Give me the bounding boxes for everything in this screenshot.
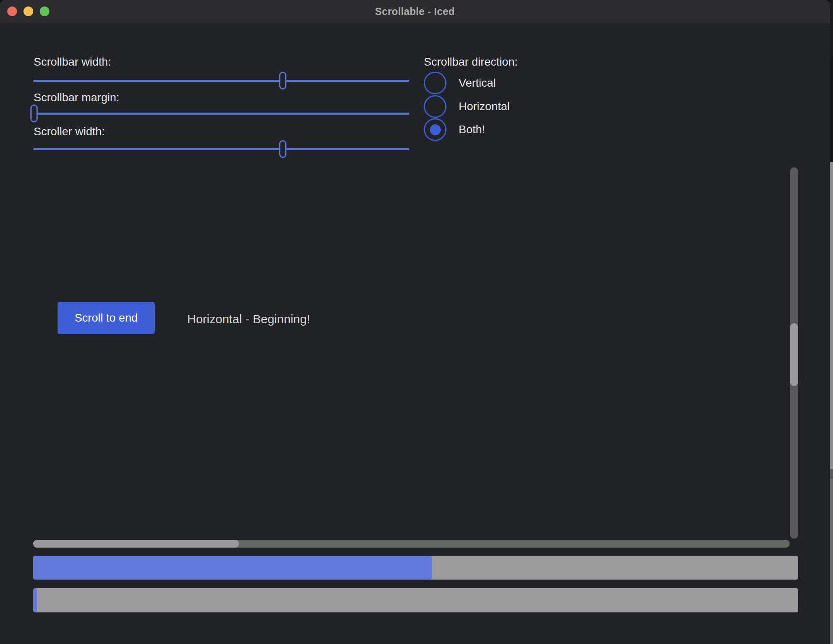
vertical-scrollbar[interactable]	[790, 167, 798, 539]
scrollbar-width-label: Scrollbar width:	[34, 55, 111, 69]
scroll-to-end-button[interactable]: Scroll to end	[58, 302, 155, 334]
desktop-edge	[830, 57, 833, 162]
scrollbar-margin-label: Scrollbar margin:	[34, 91, 120, 104]
slider-handle[interactable]	[30, 104, 38, 122]
desktop-edge	[830, 0, 833, 57]
scroll-status-text: Horizontal - Beginning!	[187, 311, 310, 327]
scrollbar-margin-slider[interactable]	[33, 104, 409, 122]
radio-label: Both!	[459, 123, 485, 136]
vertical-progress-bar	[33, 588, 798, 612]
radio-both[interactable]: Both!	[424, 118, 485, 141]
slider-track	[33, 80, 409, 82]
scrollbar-direction-label: Scrollbar direction:	[424, 55, 518, 69]
progress-fill	[33, 556, 432, 580]
desktop-edge	[830, 479, 833, 644]
radio-dot	[430, 124, 441, 135]
app-window: Scrollable - Iced Scrollbar width: Scrol…	[0, 0, 830, 644]
scroller-width-slider[interactable]	[33, 140, 409, 158]
slider-track	[33, 113, 409, 115]
radio-circle-icon[interactable]	[424, 118, 446, 141]
scrollbar-width-slider[interactable]	[33, 72, 409, 90]
radio-circle-icon[interactable]	[424, 95, 446, 118]
radio-horizontal[interactable]: Horizontal	[424, 95, 510, 118]
horizontal-progress-bar	[33, 556, 798, 580]
window-title: Scrollable - Iced	[0, 0, 830, 23]
titlebar: Scrollable - Iced	[0, 0, 830, 23]
screenshot-stage: Scrollable - Iced Scrollbar width: Scrol…	[0, 0, 833, 644]
progress-fill	[33, 588, 37, 612]
slider-track	[33, 148, 409, 150]
desktop-edge	[830, 162, 833, 469]
radio-vertical[interactable]: Vertical	[424, 72, 496, 94]
desktop-edge	[830, 469, 833, 479]
horizontal-scrollbar[interactable]	[33, 540, 790, 548]
vertical-scrollbar-thumb[interactable]	[790, 323, 798, 386]
horizontal-scrollbar-thumb[interactable]	[33, 540, 239, 548]
slider-handle[interactable]	[279, 72, 286, 90]
scroller-width-label: Scroller width:	[34, 125, 105, 139]
radio-label: Vertical	[459, 76, 496, 90]
radio-circle-icon[interactable]	[424, 72, 446, 94]
radio-label: Horizontal	[459, 100, 510, 113]
slider-handle[interactable]	[279, 140, 286, 158]
